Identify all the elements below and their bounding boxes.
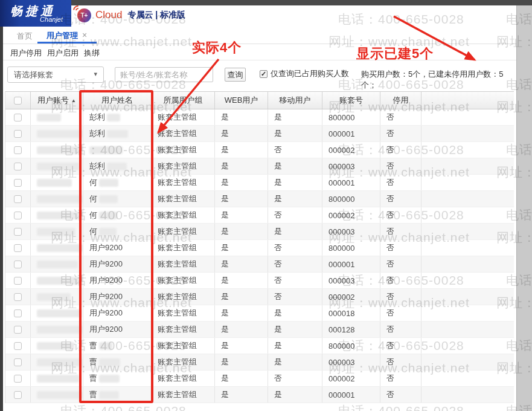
cell-name [83, 142, 152, 158]
cell-filler [421, 158, 514, 174]
search-input[interactable] [115, 67, 213, 82]
col-header-web[interactable]: WEB用户 [215, 92, 268, 109]
col-header-disabled[interactable]: 停用 [380, 92, 421, 109]
col-header-name-label: 用户姓名 [101, 95, 133, 106]
cell-account [31, 191, 83, 207]
enable-user-button[interactable]: 用户启用 [47, 48, 79, 59]
cell-disabled: 否 [380, 109, 421, 125]
logo-text-en: Chanjet [40, 16, 63, 23]
table-row: 何账套主管组是是800000否 [5, 191, 514, 207]
cell-mobile-user: 是 [268, 126, 322, 141]
cell-disabled: 否 [380, 387, 421, 403]
cell-mobile-user: 是 [268, 354, 322, 370]
cell-name-text: 曹 [89, 389, 97, 400]
table-row: 曹账套主管组是是000003否 [5, 354, 514, 371]
tab-home[interactable]: 首页 [17, 31, 33, 42]
row-checkbox[interactable] [14, 130, 22, 138]
cell-disabled: 否 [380, 224, 421, 239]
table-row: 用户9200账套主管组是是000128否 [5, 322, 514, 338]
cell-account [31, 175, 83, 190]
cell-name: 彭利 [83, 109, 152, 125]
cell-filler [421, 191, 514, 207]
cell-web-user: 是 [215, 240, 268, 256]
redacted-account [37, 163, 79, 170]
row-checkbox[interactable] [14, 146, 22, 154]
row-checkbox[interactable] [14, 195, 22, 203]
cell-web-user: 是 [215, 289, 268, 305]
row-checkbox[interactable] [14, 358, 22, 366]
cell-account-set-no: 000003 [322, 273, 380, 288]
cell-account [31, 207, 83, 223]
cell-account [31, 305, 83, 321]
table-row: 账套主管组是否000002否 [5, 142, 514, 158]
cell-name-text: 用户9200 [89, 324, 123, 335]
cell-name-text: 用户9200 [89, 275, 123, 286]
col-header-web-label: WEB用户 [225, 95, 258, 106]
row-checkbox[interactable] [14, 261, 22, 268]
cell-filler [421, 354, 514, 370]
cell-filler [421, 109, 514, 125]
row-checkbox[interactable] [14, 179, 22, 187]
row-checkbox[interactable] [14, 277, 22, 285]
redacted-name [99, 228, 117, 236]
redacted-account [37, 179, 72, 187]
row-checkbox[interactable] [14, 391, 22, 399]
redacted-account [37, 391, 83, 399]
col-header-name[interactable]: 用户姓名 [83, 92, 152, 109]
close-icon[interactable]: × [82, 30, 87, 40]
cell-disabled: 否 [380, 305, 421, 321]
redacted-account [37, 244, 83, 252]
select-all-checkbox[interactable] [14, 97, 22, 105]
watermark-phone: 电话：400-665-0028 [338, 403, 464, 411]
row-checkbox[interactable] [14, 375, 22, 383]
row-checkbox[interactable] [14, 293, 22, 301]
cell-web-user: 是 [215, 371, 268, 386]
col-header-group[interactable]: 所属用户组 [152, 92, 215, 109]
row-checkbox[interactable] [14, 309, 22, 317]
table-header-row: 用户账号 ▲ 用户姓名 所属用户组 WEB用户 移动用户 账套号 停用 [5, 91, 514, 109]
tab-user-management[interactable]: 用户管理 [46, 30, 78, 41]
disable-user-button[interactable]: 用户停用 [10, 48, 42, 59]
row-checkbox[interactable] [14, 212, 22, 219]
window-left-edge [0, 27, 3, 411]
cell-account [31, 289, 83, 305]
row-checkbox[interactable] [14, 342, 22, 350]
cell-account [31, 322, 83, 337]
query-button[interactable]: 查询 [225, 68, 246, 82]
cell-name-text: 曹 [89, 373, 97, 384]
cell-mobile-user: 否 [268, 273, 322, 288]
tplus-cloud-brand: T+ Cloud 专属云 | 标准版 [77, 8, 185, 22]
cell-account [31, 109, 83, 125]
table-row: 何账套主管组是是000001否 [5, 175, 514, 191]
row-checkbox[interactable] [14, 244, 22, 252]
checkbox-checked-icon[interactable]: ✓ [260, 70, 268, 78]
row-checkbox[interactable] [14, 163, 22, 170]
col-header-mobile[interactable]: 移动用户 [268, 92, 322, 109]
row-checkbox[interactable] [14, 326, 22, 334]
account-set-select[interactable]: 请选择账套 ▾ [7, 66, 104, 83]
occupied-only-checkbox-group[interactable]: ✓ 仅查询已占用购买人数 [260, 68, 349, 79]
cell-filler [421, 289, 514, 305]
license-summary-text: 购买用户数：5个，已建未停用用户数：5个； [361, 69, 516, 91]
table-row: 彭利账套主管组是是000003否 [5, 158, 514, 175]
app-window: 畅捷通 Chanjet T+ Cloud 专属云 | 标准版 首页 用户管理 ×… [0, 0, 532, 411]
cell-name-text: 用户9200 [89, 308, 123, 319]
row-checkbox[interactable] [14, 114, 22, 121]
rebind-button[interactable]: 换绑 [84, 48, 100, 59]
col-header-account[interactable]: 用户账号 ▲ [31, 92, 83, 109]
cell-account [31, 371, 83, 386]
col-header-acctno[interactable]: 账套号 [322, 92, 380, 109]
cell-name-text: 彭利 [89, 161, 105, 172]
cell-disabled: 否 [380, 371, 421, 386]
cell-disabled: 否 [380, 273, 421, 288]
cell-group: 账套主管组 [152, 142, 215, 158]
table-row: 何账套主管组是是000003否 [5, 224, 514, 240]
cell-mobile-user: 是 [268, 224, 322, 239]
cell-filler [421, 142, 514, 158]
cell-disabled: 否 [380, 354, 421, 370]
row-checkbox[interactable] [14, 228, 22, 236]
redacted-name [99, 391, 119, 399]
cell-name-text: 曹 [89, 340, 97, 351]
redacted-name [99, 212, 117, 219]
cell-account-set-no: 000003 [322, 158, 380, 174]
